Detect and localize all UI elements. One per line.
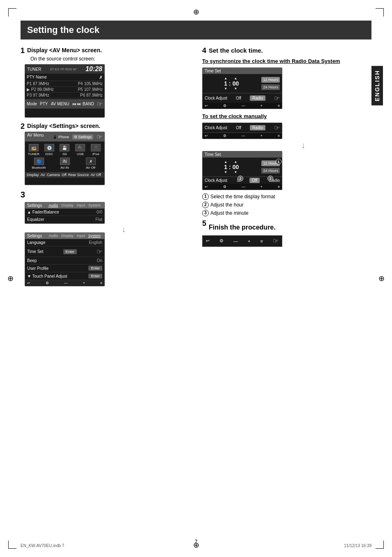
settings-row-fader: ▲ Fader/Balance 0/0 [25,209,104,216]
hand-icon-2: ☞ [96,132,103,141]
tuner-row-1: P1 87.9MHz P4 105.9MHz [27,81,103,87]
settings-row-touchpanel: ▼ Touch Panel Adjust Enter [25,272,104,280]
corner-mark-tr [376,8,384,16]
hand-icon-1: ☞ [96,100,103,108]
page-title: Setting the clock [21,21,371,39]
tuner-screen: TUNER ST EX TP RDS AT 10:28 PTY Name ✗ P… [25,64,105,118]
step5-section: 5 Finish the procedure. ↩ ⚙ — + ≡ ☞ [202,220,371,247]
clock-adj-bar-manual2: Clock Adjust ⊙ 2 Off 3 Radio [203,176,282,184]
hand-icon-4: ☞ [273,94,280,102]
step3-section: 3 Settings Audio Display Input System ▲ … [21,190,190,286]
instruction-3: 3 Adjust the minute [202,210,371,216]
circle-3: 3 [267,176,273,181]
radio-btn-manual[interactable]: Radio [250,125,265,130]
finish-bar: ↩ ⚙ — + ≡ ☞ [202,235,282,247]
tuner-label: TUNER [27,67,41,72]
instruction-1: 1 Select the time display format [202,193,371,200]
off-with-circle[interactable]: Off [249,178,260,183]
av-menu-screen: AV Menu 📱 Phone ⚙ Settings ☞ 📻 TUNER [25,132,105,185]
hand-icon-3: ☞ [96,247,103,256]
step4-title: Set the clock time. [209,47,263,54]
tuner-bottom: Mode PTY AV MENU ⏮ ⏭ BAND ☞ [25,99,104,109]
circle-1: 1 [276,159,281,165]
time-hour-manual: 1 [224,164,227,170]
step2-number: 2 [21,123,25,130]
clock-adj-screen-manual: Clock Adjust Off Radio ☞ ↩ ⚙ — + ≡ [202,123,282,139]
settings-row-eq: Equalizer Flat [25,216,104,223]
step1-subtitle: On the source control screen: [30,56,190,62]
settings-row-timeset: Time Set Enter ☞ [25,246,104,257]
settings-header-1: Settings Audio Display Input System [25,202,104,209]
hand-icon-6: ☞ [272,237,279,245]
tuner-meta: ST EX TP RDS AT [50,67,77,71]
settings-screen-2: Settings Audio Display Input System Lang… [25,232,105,286]
step5-title: Finish the procedure. [209,224,276,231]
tuner-row-3: P3 97.9MHz P6 87.9MHz [27,93,103,98]
footer-right: 11/12/13 16:39 [344,543,371,548]
pty-label: PTY Name [27,75,47,80]
time-nav-sync: ↩ ⚙ — + ≡ [203,103,282,109]
time-header-sync: Time Set [203,68,282,74]
settings-row-userprofile: User Profile Enter [25,265,104,272]
av-bottom: Display AV Camera Off Rear Source AV Off [25,172,104,178]
settings-row-beep: Beep On [25,257,104,265]
24hours-btn-manual[interactable]: 24 Hours [261,168,280,174]
step1-title: Display <AV Menu> screen. [27,47,102,54]
settings-row-lang: Language English [25,239,104,246]
step4-section: 4 Set the clock time. To synchronize the… [202,47,371,247]
english-sidebar: ENGLISH [371,66,383,105]
reg-mark-right: ⊕ [378,274,385,283]
step3-number: 3 [21,190,190,200]
step4-number: 4 [202,47,206,54]
time-nav-manual2: ↩ ⚙ — + ≡ [203,184,282,190]
page-number: 7 [194,538,197,545]
reg-mark-top: ⊕ [193,7,199,16]
settings-screen-1: Settings Audio Display Input System ▲ Fa… [25,202,105,224]
step2-section: 2 Display <Settings> screen. AV Menu 📱 P… [21,123,190,185]
time-set-screen-manual: Time Set ▲ 1 ▼ : ▲ [202,151,282,190]
12hours-btn-manual[interactable]: 12 Hours 1 [261,160,280,166]
sync-subheading: To synchronize the clock time with Radio… [202,58,371,65]
step1-number: 1 [21,47,25,54]
av-icons: 📻 TUNER 💿 DISC 💾 SD 🔌 [25,142,104,172]
corner-mark-bl [8,541,16,549]
step2-title: Display <Settings> screen. [27,123,100,130]
av-header: AV Menu 📱 Phone ⚙ Settings ☞ [25,132,104,142]
time-min: 00 [233,80,239,87]
corner-mark-br [376,541,384,549]
instruction-2: 2 Adjust the hour [202,202,371,208]
circle-2: 2 [238,176,243,181]
manual-subheading: To set the clock manually [202,113,371,120]
tuner-header: TUNER ST EX TP RDS AT 10:28 [25,65,104,74]
tuner-row-2: ▶ P2 89.0MHz P5 107.9MHz [27,87,103,93]
hand-icon-5: ☞ [273,123,280,132]
step1-section: 1 Display <AV Menu> screen. On the sourc… [21,47,190,118]
tuner-clock: 10:28 [85,65,102,73]
clock-adj-bar-manual: Clock Adjust Off Radio ☞ [203,123,282,133]
radio-btn-sync[interactable]: Radio [250,95,265,101]
time-min-manual: 00 [233,164,239,170]
24hours-btn[interactable]: 24 Hours [261,84,280,90]
time-hour: 1 [224,80,227,87]
curve-arrow-2: ↓ [235,141,371,150]
clock-adj-bar-sync: Clock Adjust Off Radio ☞ [203,93,282,103]
reg-mark-left: ⊕ [7,274,14,283]
tuner-body: PTY Name ✗ P1 87.9MHz P4 105.9MHz ▶ P2 8… [25,74,104,99]
instruction-list: 1 Select the time display format 2 Adjus… [202,193,371,216]
tuner-pty-row: PTY Name ✗ [27,74,103,81]
time-set-screen-sync: Time Set ▲ 1 ▼ : ▲ [202,67,282,109]
settings-bottom: ↩ ⚙ — + ≡ [25,280,104,286]
time-header-manual: Time Set [203,151,282,158]
corner-mark-tl [8,8,16,16]
footer-left: EN_KW-AV70EU.indb 7 [21,543,64,548]
time-nav-manual1: ↩ ⚙ — + ≡ [203,133,282,139]
step5-number: 5 [202,220,206,227]
12hours-btn[interactable]: 12 Hours [261,77,280,83]
settings-header-2: Settings Audio Display Input System [25,233,104,239]
pty-icon: ✗ [99,75,103,80]
